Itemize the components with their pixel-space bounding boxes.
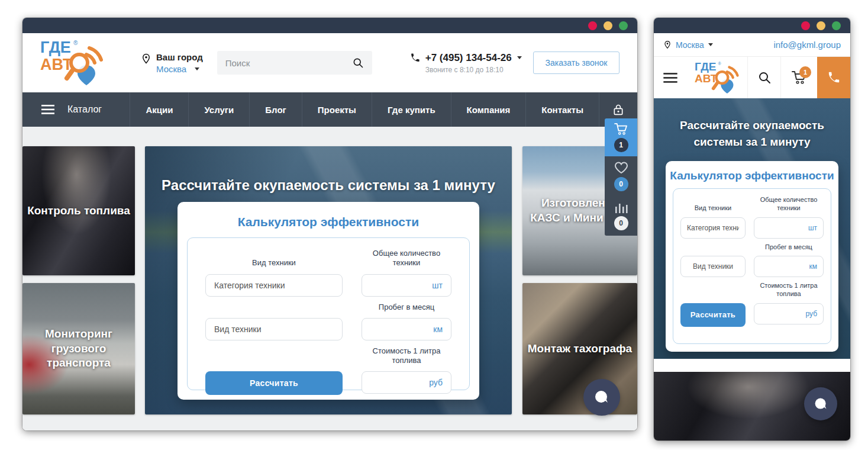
banner-label: Мониторинг грузового транспорта [27, 327, 130, 371]
site-logo[interactable]: ГДЕ ® АВТ [687, 57, 747, 98]
category-input[interactable] [687, 224, 739, 232]
logo-text-top: ГДЕ [40, 38, 71, 56]
quantity-label: Общее количество техники [362, 249, 451, 268]
fuel-price-field[interactable]: руб [754, 303, 824, 324]
mobile-hero-banner: Рассчитайте окупаемость системы за 1 мин… [654, 98, 850, 359]
mobile-call-button[interactable] [817, 57, 850, 98]
chat-widget-button[interactable] [804, 387, 837, 420]
chevron-down-icon [517, 56, 522, 59]
chat-widget-button[interactable] [583, 379, 620, 416]
compare-count-badge: 0 [614, 216, 628, 230]
vehicle-type-label: Вид техники [680, 204, 746, 213]
quantity-unit: шт [808, 224, 817, 232]
heart-icon [614, 162, 628, 174]
banner-cargo-monitoring[interactable]: Мониторинг грузового транспорта [22, 283, 135, 414]
mileage-unit: км [433, 324, 443, 334]
quantity-field[interactable]: шт [362, 274, 451, 297]
floating-side-widget: 1 0 0 [605, 118, 637, 236]
mobile-photo-banner[interactable] [654, 372, 850, 441]
nav-catalog[interactable]: Каталог [22, 92, 130, 127]
mobile-city-selector[interactable]: Москва [663, 40, 713, 50]
mileage-label: Пробег в месяц [754, 243, 824, 252]
nav-item-blog[interactable]: Блог [249, 92, 302, 127]
vehicle-input[interactable] [214, 324, 334, 334]
calculator-card: Калькулятор эффективности Вид техники Об… [178, 202, 479, 400]
vehicle-field [205, 318, 343, 340]
search-icon [757, 70, 772, 85]
phone-hours: Звоните с 8:10 до 18:10 [425, 66, 522, 74]
quantity-label: Общее количество техники [754, 196, 824, 213]
chat-bubble-icon [813, 396, 829, 412]
chat-bubble-icon [593, 388, 611, 406]
hamburger-menu-icon [663, 73, 677, 83]
nav-item-proekty[interactable]: Проекты [302, 92, 372, 127]
site-logo[interactable]: ГДЕ ® АВТ [40, 37, 104, 89]
nav-item-akcii[interactable]: Акции [130, 92, 188, 127]
fuel-unit: руб [805, 310, 817, 318]
mileage-field[interactable]: км [754, 256, 824, 277]
window-maximize-button[interactable] [619, 21, 628, 30]
phone-number-link[interactable]: +7 (495) 134-54-26 [410, 52, 522, 64]
search-icon[interactable] [352, 57, 364, 69]
quantity-unit: шт [432, 281, 443, 290]
calculate-button[interactable]: Рассчитать [680, 303, 746, 327]
category-field [680, 217, 746, 239]
mileage-field[interactable]: км [362, 318, 451, 340]
calculator-form: Вид техники Общее количество техники шт … [673, 188, 831, 344]
vehicle-field [680, 256, 746, 277]
vehicle-input[interactable] [687, 262, 739, 271]
city-label: Ваш город [156, 52, 203, 62]
main-navigation: Каталог Акции Услуги Блог Проекты Где ку… [22, 92, 637, 127]
favorites-count-badge: 0 [614, 177, 628, 191]
callback-button[interactable]: Заказать звонок [533, 52, 619, 74]
calculate-button[interactable]: Рассчитать [205, 371, 343, 395]
favorites-widget-button[interactable]: 0 [605, 156, 637, 197]
mobile-cart-button[interactable]: 1 [780, 57, 817, 98]
fuel-price-field[interactable]: руб [362, 371, 451, 394]
calculator-card: Калькулятор эффективности Вид техники Об… [666, 161, 838, 352]
window-minimize-button[interactable] [604, 21, 612, 30]
mobile-browser-window: Москва info@gkml.group ГДЕ ® АВТ [654, 18, 850, 441]
search-box [217, 51, 372, 75]
calculator-form: Вид техники Общее количество техники шт … [187, 237, 470, 390]
desktop-window-titlebar [22, 18, 637, 33]
email-link[interactable]: info@gkml.group [773, 40, 841, 50]
hamburger-menu-icon [41, 105, 54, 114]
logo-text-top: ГДЕ [695, 60, 717, 73]
category-input[interactable] [214, 281, 334, 290]
mileage-unit: км [809, 262, 818, 271]
window-minimize-button[interactable] [817, 21, 825, 30]
mobile-search-button[interactable] [747, 57, 780, 98]
calculator-title: Калькулятор эффективности [666, 169, 838, 182]
location-pin-icon [141, 52, 151, 65]
chevron-down-icon [195, 68, 199, 70]
phone-block: +7 (495) 134-54-26 Звоните с 8:10 до 18:… [410, 52, 522, 74]
bar-chart-icon [614, 202, 628, 213]
mobile-menu-button[interactable] [654, 57, 687, 98]
phone-icon [827, 71, 840, 84]
window-close-button[interactable] [801, 21, 810, 30]
calculator-title: Калькулятор эффективности [178, 215, 479, 229]
hero-heading: Рассчитайте окупаемость системы за 1 мин… [145, 177, 512, 194]
logo-text-bottom: АВТ [695, 72, 718, 85]
cart-count-badge: 1 [614, 138, 628, 152]
cart-widget-button[interactable]: 1 [605, 118, 637, 156]
city-selector-block: Ваш город Москва [141, 52, 203, 74]
nav-item-uslugi[interactable]: Услуги [188, 92, 249, 127]
mobile-topbar: Москва info@gkml.group [654, 33, 850, 57]
city-selector[interactable]: Москва [156, 64, 203, 74]
nav-item-kontakty[interactable]: Контакты [525, 92, 599, 127]
logo-trademark: ® [73, 40, 78, 46]
desktop-browser-window: ГДЕ ® АВТ Ваш город Москва +7 (495) 13 [22, 18, 637, 430]
compare-widget-button[interactable]: 0 [605, 197, 637, 236]
window-close-button[interactable] [588, 21, 597, 30]
mobile-window-titlebar [654, 18, 850, 33]
nav-item-kompaniya[interactable]: Компания [451, 92, 526, 127]
search-input[interactable] [225, 58, 352, 68]
content-spacer [654, 359, 850, 372]
banner-tachograph[interactable]: Монтаж тахографа [522, 283, 637, 414]
quantity-field[interactable]: шт [754, 217, 824, 239]
banner-fuel-control[interactable]: Контроль топлива [22, 146, 135, 275]
nav-item-gde-kupit[interactable]: Где купить [372, 92, 451, 127]
window-maximize-button[interactable] [832, 21, 841, 30]
